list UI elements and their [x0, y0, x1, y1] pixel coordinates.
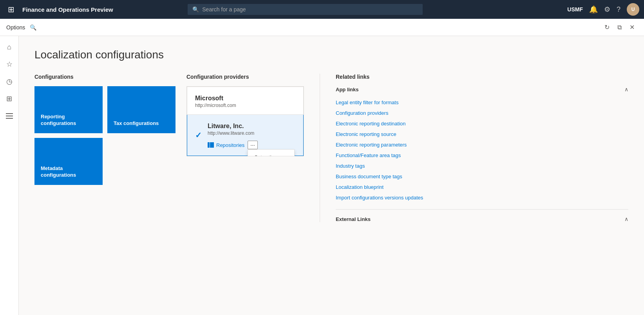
app-links-toggle[interactable]: ∧ — [624, 86, 628, 92]
gear-icon[interactable]: ⚙ — [604, 5, 610, 14]
provider-footer-litware: Repositories ··· Set active — [208, 141, 295, 149]
external-links-label: External Links — [336, 216, 371, 222]
set-active-item[interactable]: Set active — [248, 151, 294, 156]
page-title: Localization configurations — [34, 49, 628, 61]
configurations-col-title: Configurations — [34, 74, 175, 80]
more-btn-container: ··· Set active — [248, 141, 258, 149]
provider-info-microsoft: Microsoft http://microsoft.com — [195, 95, 295, 108]
app-links-header: App links ∧ — [336, 86, 628, 92]
restore-button[interactable]: ⧉ — [614, 22, 625, 33]
app-links-list: Legal entity filter for formats Configur… — [336, 97, 628, 203]
close-button[interactable]: ✕ — [626, 22, 638, 33]
more-options-button[interactable]: ··· — [248, 141, 258, 149]
provider-card-litware: ✓ Litware, Inc. http://www.litware.com — [187, 115, 304, 156]
sidebar-item-modules[interactable] — [2, 108, 17, 124]
svg-rect-3 — [208, 142, 210, 148]
provider-url-litware: http://www.litware.com — [208, 130, 295, 136]
top-nav: ⊞ Finance and Operations Preview 🔍 USMF … — [0, 0, 644, 19]
provider-card-microsoft: Microsoft http://microsoft.com — [187, 87, 304, 115]
more-options-dropdown: Set active — [248, 149, 295, 156]
options-bar: Options 🔍 ↻ ⧉ ✕ — [0, 19, 644, 36]
related-link-legal-entity[interactable]: Legal entity filter for formats — [336, 97, 628, 108]
related-link-industry-tags[interactable]: Industry tags — [336, 161, 628, 171]
related-link-import-configs[interactable]: Import configurations versions updates — [336, 192, 628, 203]
bell-icon[interactable]: 🔔 — [589, 5, 598, 14]
sidebar-item-home[interactable]: ⌂ — [2, 39, 17, 55]
configurations-column: Configurations Reporting configurations … — [34, 74, 175, 185]
svg-rect-0 — [6, 113, 13, 114]
svg-rect-5 — [212, 142, 214, 148]
related-link-config-providers[interactable]: Configuration providers — [336, 108, 628, 118]
sidebar-item-workspaces[interactable]: ⊞ — [2, 91, 17, 107]
reporting-tile[interactable]: Reporting configurations — [34, 86, 103, 133]
providers-scroll[interactable]: Microsoft http://microsoft.com ✓ Litware… — [186, 86, 304, 156]
active-check-icon: ✓ — [195, 130, 202, 140]
metadata-tile[interactable]: Metadata configurations — [34, 138, 103, 185]
options-label: Options — [6, 24, 25, 31]
search-input[interactable] — [202, 6, 418, 13]
svg-rect-1 — [6, 116, 13, 116]
provider-info-litware: Litware, Inc. http://www.litware.com — [208, 123, 295, 149]
provider-name-litware: Litware, Inc. — [208, 123, 295, 130]
three-col-layout: Configurations Reporting configurations … — [34, 74, 628, 222]
content-area: Localization configurations Configuratio… — [19, 36, 644, 315]
top-nav-right: USMF 🔔 ⚙ ? U — [567, 3, 639, 16]
avatar[interactable]: U — [627, 3, 639, 16]
provider-url-microsoft: http://microsoft.com — [195, 103, 295, 108]
options-search-icon[interactable]: 🔍 — [30, 24, 36, 31]
app-links-label: App links — [336, 87, 359, 92]
related-links-column: Related links App links ∧ Legal entity f… — [320, 74, 628, 222]
refresh-button[interactable]: ↻ — [601, 22, 613, 33]
app-title: Finance and Operations Preview — [22, 6, 113, 13]
provider-name-microsoft: Microsoft — [195, 95, 295, 102]
svg-rect-4 — [210, 142, 212, 148]
grid-icon[interactable]: ⊞ — [5, 3, 18, 16]
related-link-er-destination[interactable]: Electronic reporting destination — [336, 118, 628, 129]
search-icon: 🔍 — [192, 6, 199, 13]
help-icon[interactable]: ? — [617, 5, 620, 14]
related-link-localization-blueprint[interactable]: Localization blueprint — [336, 182, 628, 192]
related-link-business-doc-tags[interactable]: Business document type tags — [336, 171, 628, 182]
related-link-er-parameters[interactable]: Electronic reporting parameters — [336, 139, 628, 150]
external-links-toggle[interactable]: ∧ — [624, 216, 628, 222]
sidebar-item-favorites[interactable]: ☆ — [2, 56, 17, 72]
related-link-er-source[interactable]: Electronic reporting source — [336, 129, 628, 139]
providers-column: Configuration providers Microsoft http:/… — [186, 74, 304, 156]
tax-tile[interactable]: Tax configurations — [107, 86, 175, 133]
window-controls: ↻ ⧉ ✕ — [601, 22, 638, 33]
providers-col-title: Configuration providers — [186, 74, 304, 80]
related-link-functional-tags[interactable]: Functional/Feature area tags — [336, 150, 628, 161]
external-links-header: External Links ∧ — [336, 216, 628, 222]
related-links-title: Related links — [336, 74, 628, 80]
left-sidebar: ⌂ ☆ ◷ ⊞ — [0, 36, 19, 315]
search-bar: 🔍 — [188, 4, 423, 15]
repositories-icon — [208, 142, 214, 148]
main-layout: ⌂ ☆ ◷ ⊞ Localization configurations Conf… — [0, 36, 644, 315]
config-tiles-grid: Reporting configurations Tax configurati… — [34, 86, 175, 185]
repositories-link[interactable]: Repositories — [208, 142, 244, 148]
svg-rect-2 — [6, 118, 13, 119]
sidebar-item-recent[interactable]: ◷ — [2, 74, 17, 89]
company-label: USMF — [567, 6, 583, 13]
section-divider — [336, 209, 628, 210]
